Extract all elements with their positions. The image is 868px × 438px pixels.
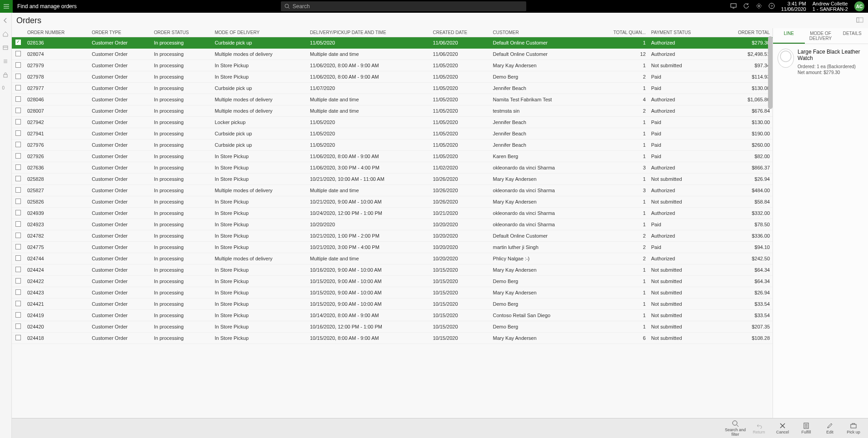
row-checkbox[interactable] (15, 312, 21, 318)
cell-mode: In Store Pickup (212, 219, 307, 230)
search-input[interactable]: Search (281, 1, 526, 11)
help-icon[interactable]: ? (768, 3, 775, 10)
cell-mode: In Store Pickup (212, 333, 307, 344)
col-order-status[interactable]: ORDER STATUS (151, 28, 212, 37)
table-row[interactable]: 024424Customer OrderIn processingIn Stor… (12, 264, 773, 276)
fulfill-button[interactable]: Fulfill (794, 420, 818, 437)
row-checkbox[interactable] (15, 96, 21, 102)
col-payment[interactable]: PAYMENT STATUS (649, 28, 717, 37)
col-delivery-dt[interactable]: DELIVERY/PICKUP DATE AND TIME (307, 28, 430, 37)
cell-total: $2,498.51 (716, 49, 773, 60)
cell-order-number: 024418 (25, 333, 89, 344)
table-row[interactable]: 024923Customer OrderIn processingIn Stor… (12, 219, 773, 230)
table-row[interactable]: 024423Customer OrderIn processingIn Stor… (12, 287, 773, 299)
table-row[interactable]: 025826Customer OrderIn processingIn Stor… (12, 196, 773, 208)
cell-qty: 1 (592, 117, 649, 128)
tab-mode-of-delivery[interactable]: MODE OF DELIVERY (805, 28, 837, 44)
row-checkbox[interactable] (15, 267, 21, 272)
table-row[interactable]: 024775Customer OrderIn processingIn Stor… (12, 242, 773, 253)
table-row[interactable]: 028074Customer OrderIn processingMultipl… (12, 49, 773, 60)
row-checkbox[interactable] (15, 130, 21, 136)
row-checkbox[interactable] (15, 176, 21, 181)
table-row[interactable]: 024420Customer OrderIn processingIn Stor… (12, 321, 773, 333)
row-checkbox[interactable] (15, 199, 21, 204)
table-row[interactable]: 027978Customer OrderIn processingIn Stor… (12, 71, 773, 83)
row-checkbox[interactable] (15, 85, 21, 90)
scrollbar-thumb[interactable] (768, 36, 773, 109)
row-checkbox[interactable] (15, 278, 21, 284)
table-row[interactable]: 024419Customer OrderIn processingIn Stor… (12, 310, 773, 321)
pickup-button[interactable]: Pick up (842, 420, 865, 437)
table-row[interactable]: 027976Customer OrderIn processingCurbsid… (12, 139, 773, 151)
table-row[interactable]: 028136Customer OrderIn processingCurbsid… (12, 37, 773, 49)
cell-qty: 1 (592, 299, 649, 310)
row-checkbox[interactable] (15, 335, 21, 340)
orders-table-wrap[interactable]: ORDER NUMBER ORDER TYPE ORDER STATUS MOD… (12, 28, 773, 418)
row-checkbox[interactable] (15, 119, 21, 124)
orders-icon[interactable] (2, 45, 10, 52)
count-badge[interactable]: 0 (2, 85, 10, 93)
row-checkbox[interactable] (15, 153, 21, 159)
table-row[interactable]: 027977Customer OrderIn processingCurbsid… (12, 83, 773, 94)
edit-button[interactable]: Edit (818, 420, 842, 437)
col-qty[interactable]: TOTAL QUAN... (592, 28, 649, 37)
table-row[interactable]: 024422Customer OrderIn processingIn Stor… (12, 276, 773, 287)
tab-line[interactable]: LINE (773, 28, 805, 44)
row-checkbox[interactable] (15, 164, 21, 170)
action-label: Search and filter (723, 428, 747, 437)
col-customer[interactable]: CUSTOMER (490, 28, 592, 37)
row-checkbox[interactable] (15, 51, 21, 56)
col-created[interactable]: CREATED DATE (430, 28, 490, 37)
monitor-icon[interactable] (730, 3, 737, 10)
tab-details[interactable]: DETAILS (836, 28, 868, 44)
row-checkbox[interactable] (15, 255, 21, 261)
row-checkbox[interactable] (15, 187, 21, 193)
table-row[interactable]: 024744Customer OrderIn processingMultipl… (12, 253, 773, 264)
row-checkbox[interactable] (15, 233, 21, 238)
cell-payment: Paid (649, 83, 717, 94)
lock-icon[interactable] (2, 72, 10, 79)
row-checkbox[interactable] (15, 40, 21, 45)
table-row[interactable]: 027636Customer OrderIn processingIn Stor… (12, 162, 773, 174)
col-order-type[interactable]: ORDER TYPE (89, 28, 151, 37)
col-mode[interactable]: MODE OF DELIVERY (212, 28, 307, 37)
table-row[interactable]: 024418Customer OrderIn processingIn Stor… (12, 333, 773, 344)
row-checkbox[interactable] (15, 301, 21, 306)
col-total[interactable]: ORDER TOTAL (716, 28, 773, 37)
svg-rect-10 (857, 18, 863, 22)
col-checkbox[interactable] (12, 28, 25, 37)
back-arrow-icon[interactable] (2, 17, 10, 25)
table-row[interactable]: 027926Customer OrderIn processingIn Stor… (12, 151, 773, 162)
col-order-number[interactable]: ORDER NUMBER (25, 28, 89, 37)
cancel-button[interactable]: Cancel (771, 420, 794, 437)
table-row[interactable]: 028046Customer OrderIn processingMultipl… (12, 94, 773, 105)
table-row[interactable]: 024782Customer OrderIn processingIn Stor… (12, 230, 773, 242)
row-checkbox[interactable] (15, 108, 21, 113)
cell-order-type: Customer Order (89, 276, 151, 287)
cell-order-number: 024424 (25, 264, 89, 276)
row-checkbox[interactable] (15, 210, 21, 215)
gear-icon[interactable] (756, 3, 762, 10)
row-checkbox[interactable] (15, 289, 21, 295)
row-checkbox[interactable] (15, 62, 21, 68)
search-button[interactable]: Search and filter (723, 420, 747, 437)
avatar[interactable]: AC (854, 1, 864, 11)
table-row[interactable]: 025828Customer OrderIn processingIn Stor… (12, 174, 773, 185)
table-row[interactable]: 024939Customer OrderIn processingIn Stor… (12, 208, 773, 219)
row-checkbox[interactable] (15, 142, 21, 147)
refresh-icon[interactable] (743, 3, 749, 10)
home-icon[interactable] (2, 31, 10, 38)
expand-icon[interactable] (856, 16, 863, 25)
table-row[interactable]: 027979Customer OrderIn processingIn Stor… (12, 60, 773, 71)
row-checkbox[interactable] (15, 221, 21, 227)
table-row[interactable]: 024421Customer OrderIn processingIn Stor… (12, 299, 773, 310)
row-checkbox[interactable] (15, 324, 21, 329)
table-row[interactable]: 027941Customer OrderIn processingCurbsid… (12, 128, 773, 139)
hamburger-button[interactable] (0, 0, 13, 13)
table-row[interactable]: 027942Customer OrderIn processingLocker … (12, 117, 773, 128)
row-checkbox[interactable] (15, 74, 21, 79)
table-row[interactable]: 025827Customer OrderIn processingMultipl… (12, 185, 773, 196)
row-checkbox[interactable] (15, 244, 21, 249)
list-icon[interactable] (2, 58, 10, 65)
table-row[interactable]: 028007Customer OrderIn processingMultipl… (12, 105, 773, 117)
